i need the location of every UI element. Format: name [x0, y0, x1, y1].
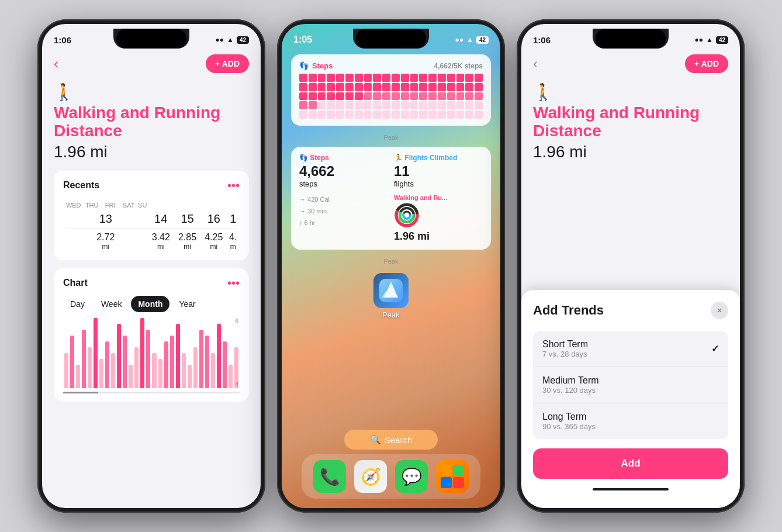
- step-dot-28: [373, 83, 381, 91]
- step-dot-72: [410, 101, 418, 109]
- ls-signal-icon: ●●: [455, 36, 463, 44]
- step-dot-66: [355, 101, 363, 109]
- chart-bar-0: [64, 353, 68, 388]
- dock-safari-icon[interactable]: 🧭: [354, 460, 387, 493]
- steps-label: Steps: [312, 61, 333, 70]
- chart-bar-20: [182, 353, 186, 388]
- step-dot-54: [428, 92, 437, 101]
- step-dot-56: [447, 92, 455, 101]
- flights-section-label: 🏃 Flights Climbed: [394, 154, 483, 162]
- step-dot-29: [382, 83, 390, 91]
- step-dot-61: [309, 101, 317, 109]
- trend-long-term-name: Long Term: [542, 412, 596, 422]
- add-button-1[interactable]: + ADD: [206, 54, 249, 73]
- recents-days-row: 13 14 15 16 1: [64, 212, 238, 226]
- chart-bar-7: [105, 341, 109, 388]
- trend-medium-term[interactable]: Medium Term 30 vs. 120 days: [533, 367, 728, 403]
- chart-card-1: Chart ••• Day Week Month Year 6 4: [54, 268, 249, 402]
- island-pill-1: [116, 29, 186, 49]
- trend-long-term[interactable]: Long Term 90 vs. 365 days: [533, 403, 728, 439]
- search-label: Search: [385, 435, 413, 445]
- recents-more-button[interactable]: •••: [227, 179, 240, 192]
- dynamic-island-3: [593, 29, 669, 49]
- tab-year[interactable]: Year: [172, 296, 202, 312]
- step-dot-25: [345, 83, 354, 91]
- chart-bar-1: [70, 336, 74, 388]
- flights-icon: 🏃: [394, 154, 403, 162]
- add-trends-title: Add Trends: [533, 303, 604, 318]
- chart-more-button[interactable]: •••: [227, 277, 240, 290]
- step-dot-11: [401, 74, 409, 82]
- lockscreen-icons: ●● ▲ 42: [455, 36, 489, 44]
- close-button[interactable]: ×: [711, 302, 728, 319]
- trend-long-term-desc: 90 vs. 365 days: [542, 422, 596, 431]
- search-pill[interactable]: 🔍 Search: [344, 430, 438, 450]
- tab-day[interactable]: Day: [63, 296, 92, 312]
- chart-container: 6 4: [63, 318, 240, 393]
- recents-divider-row: [64, 227, 238, 231]
- step-dot-96: [447, 110, 455, 119]
- step-dot-93: [419, 110, 427, 119]
- add-button-3[interactable]: + ADD: [685, 54, 728, 73]
- recents-values-row: 2.72 mi 3.42 mi 2.85 mi 4.25: [64, 232, 238, 251]
- trend-short-term[interactable]: Short Term 7 vs. 28 days ✓: [533, 331, 728, 367]
- tab-week[interactable]: Week: [94, 296, 129, 312]
- phone-1: 1:06 ●● ▲ 42 ‹ + ADD 🚶 Walking and Runni…: [37, 19, 265, 513]
- app-dot-4: [453, 477, 464, 488]
- trend-short-term-name: Short Term: [542, 339, 588, 350]
- phone-2: 1:05 ●● ▲ 42 👣 Steps 4,662/5K steps: [277, 19, 505, 513]
- recents-title: Recents: [63, 180, 99, 191]
- phone-3-screen: 1:06 ●● ▲ 42 ‹ + ADD 🚶 Walking and Runni…: [521, 24, 740, 508]
- dock-apps-icon[interactable]: [436, 460, 469, 493]
- step-dot-98: [465, 110, 473, 119]
- back-button-3[interactable]: ‹: [533, 56, 538, 72]
- step-dot-38: [465, 83, 473, 91]
- step-dot-97: [456, 110, 465, 119]
- step-dot-90: [392, 110, 400, 119]
- step-dot-36: [447, 83, 455, 91]
- recents-card-1: Recents ••• WED THU FRI SAT SU 13 14 15: [54, 171, 249, 260]
- trend-medium-term-desc: 30 vs. 120 days: [542, 386, 599, 395]
- step-dot-45: [345, 92, 354, 101]
- dock-phone-icon[interactable]: 📞: [313, 460, 346, 493]
- step-dot-1: [309, 74, 317, 82]
- peak-app-area: Peak: [291, 273, 491, 319]
- add-trends-button[interactable]: Add: [533, 448, 728, 479]
- chart-bar-4: [88, 347, 92, 388]
- step-dot-31: [401, 83, 409, 91]
- col-su-header: SU: [138, 199, 147, 211]
- step-dot-32: [410, 83, 418, 91]
- dock-messages-icon[interactable]: 💬: [395, 460, 428, 493]
- step-dot-14: [428, 74, 437, 82]
- walking-icon-1: 🚶: [54, 82, 249, 102]
- chart-scrollbar[interactable]: [63, 392, 240, 393]
- step-dot-68: [373, 101, 381, 109]
- activity-cal: → 420 Cal: [299, 194, 388, 206]
- step-dot-48: [373, 92, 381, 101]
- chart-bar-23: [199, 330, 203, 388]
- chart-bar-14: [146, 330, 150, 388]
- step-dot-85: [345, 110, 354, 119]
- step-dot-60: [299, 101, 307, 109]
- add-trends-overlay: Add Trends × Short Term 7 vs. 28 days ✓ …: [521, 290, 740, 508]
- step-dot-22: [318, 83, 326, 91]
- flights-unit: flights: [394, 179, 483, 188]
- chart-bar-18: [170, 336, 174, 388]
- health-header-1: ‹ + ADD: [54, 50, 249, 73]
- step-dot-13: [419, 74, 427, 82]
- chart-title: Chart: [63, 278, 88, 288]
- widget-inner-grid: 👣 Steps 4,662 steps 🏃 Flights Climbed: [299, 154, 483, 243]
- search-icon: 🔍: [370, 434, 381, 445]
- steps-grid-widget: 👣 Steps 4,662/5K steps: [291, 54, 491, 126]
- step-dot-41: [309, 92, 317, 101]
- peak-app-icon[interactable]: [373, 273, 409, 308]
- col-sat-header: SAT: [119, 199, 137, 211]
- trend-short-term-desc: 7 vs. 28 days: [542, 350, 588, 358]
- chart-bar-11: [129, 365, 133, 388]
- tab-month[interactable]: Month: [131, 296, 169, 312]
- step-dot-8: [373, 74, 381, 82]
- back-button-1[interactable]: ‹: [54, 56, 58, 72]
- add-trends-header: Add Trends ×: [533, 302, 728, 319]
- ls-battery-icon: 42: [476, 36, 489, 44]
- step-dot-82: [318, 110, 326, 119]
